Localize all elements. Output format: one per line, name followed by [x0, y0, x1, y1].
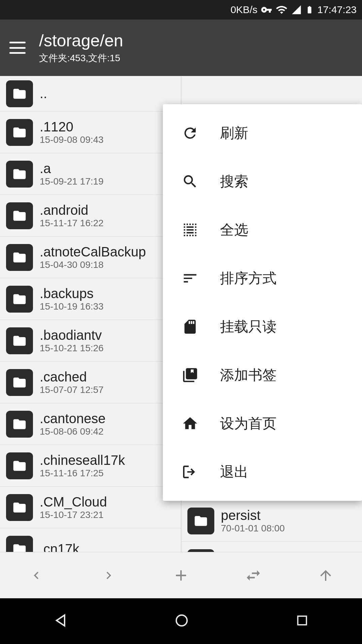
clock: 17:47:23	[317, 4, 357, 15]
menu-label: 刷新	[220, 124, 248, 143]
nav-back-button[interactable]	[0, 552, 72, 598]
folder-date: 15-08-06 09:42	[40, 426, 106, 437]
nav-back[interactable]	[52, 612, 69, 630]
folder-name: .cn17k	[40, 541, 79, 552]
content-area: .. .112015-09-08 09:43.a15-09-21 17:19.a…	[0, 76, 362, 552]
menu-label: 退出	[220, 462, 248, 481]
chevron-right-icon	[101, 568, 116, 583]
folder-date: 15-09-21 17:19	[40, 176, 104, 187]
add-button[interactable]	[145, 552, 217, 598]
menu-label: 添加书签	[220, 366, 277, 385]
refresh-icon	[182, 125, 198, 142]
nav-forward-button[interactable]	[72, 552, 145, 598]
plus-icon	[172, 567, 190, 584]
sort-icon	[182, 270, 198, 287]
folder-icon	[6, 494, 33, 521]
system-nav-bar	[0, 598, 362, 644]
bookmark-icon	[182, 367, 198, 384]
swap-icon	[245, 567, 262, 584]
chevron-left-icon	[29, 568, 44, 583]
exit-icon	[182, 464, 198, 480]
wifi-icon	[276, 4, 288, 16]
menu-label: 搜索	[220, 172, 248, 191]
folder-name: persist	[221, 508, 285, 523]
menu-label: 设为首页	[220, 414, 277, 433]
home-icon	[182, 415, 198, 432]
folder-name: .baodiantv	[40, 328, 104, 343]
list-item[interactable]: .android15-11-17 16:22	[0, 195, 181, 237]
folder-name: .a	[40, 161, 104, 176]
list-item[interactable]: persist70-01-01 08:00	[181, 500, 362, 542]
arrow-up-icon	[318, 567, 334, 583]
folder-icon	[6, 411, 33, 438]
folder-date: 15-11-16 17:25	[40, 468, 125, 479]
folder-date: 70-01-01 08:00	[221, 523, 285, 534]
nav-home[interactable]	[174, 612, 190, 630]
battery-icon	[305, 4, 314, 16]
list-item[interactable]: .cn17k	[0, 528, 181, 552]
status-bar: 0KB/s 17:47:23	[0, 0, 362, 19]
list-item[interactable]: .112015-09-08 09:43	[0, 112, 181, 153]
menu-select-all[interactable]: 全选	[163, 206, 362, 254]
folder-date: 15-11-17 16:22	[40, 218, 104, 229]
menu-mount-ro[interactable]: 挂载只读	[163, 303, 362, 351]
folder-name: .CM_Cloud	[40, 494, 107, 510]
list-item[interactable]: .chineseall17k15-11-16 17:25	[0, 445, 181, 487]
list-item[interactable]: .cached15-07-07 12:57	[0, 362, 181, 403]
left-pane[interactable]: .. .112015-09-08 09:43.a15-09-21 17:19.a…	[0, 76, 181, 552]
select-all-icon	[182, 222, 198, 238]
folder-name: .atnoteCalBackup	[40, 244, 146, 259]
folder-icon	[6, 119, 33, 146]
up-button[interactable]	[290, 552, 362, 598]
folder-name: .1120	[40, 119, 104, 134]
nav-back-icon	[52, 612, 69, 629]
path-subtitle: 文件夹:453,文件:15	[39, 52, 123, 65]
vpn-key-icon	[261, 4, 272, 15]
folder-icon	[6, 369, 33, 396]
folder-date: 15-07-07 12:57	[40, 385, 104, 395]
menu-label: 全选	[220, 220, 248, 239]
app-title-block: /storage/en 文件夹:453,文件:15	[39, 31, 123, 65]
folder-icon	[6, 202, 33, 229]
menu-add-bookmark[interactable]: 添加书签	[163, 351, 362, 399]
menu-search[interactable]: 搜索	[163, 157, 362, 206]
folder-name: .backups	[40, 286, 104, 301]
current-path: /storage/en	[39, 31, 123, 50]
list-item[interactable]: .backups15-10-19 16:33	[0, 278, 181, 320]
menu-refresh[interactable]: 刷新	[163, 109, 362, 157]
list-item[interactable]: .CM_Cloud15-10-17 23:21	[0, 487, 181, 528]
bottom-toolbar	[0, 552, 362, 598]
folder-icon	[6, 452, 33, 479]
swap-button[interactable]	[217, 552, 290, 598]
folder-icon	[6, 80, 33, 107]
folder-icon	[187, 508, 214, 534]
list-item[interactable]: .atnoteCalBackup15-04-30 09:18	[0, 237, 181, 278]
list-item[interactable]: proc	[181, 542, 362, 552]
nav-recent[interactable]	[295, 613, 310, 629]
list-item[interactable]: .baodiantv15-10-21 15:26	[0, 320, 181, 362]
overflow-menu: 刷新 搜索 全选 排序方式 挂载只读 添加书签 设为首页 退出	[163, 104, 362, 501]
folder-name: .android	[40, 203, 104, 218]
menu-button[interactable]	[9, 42, 26, 54]
folder-date: 15-10-21 15:26	[40, 343, 104, 354]
folder-icon	[6, 286, 33, 313]
folder-date: 15-10-19 16:33	[40, 301, 104, 312]
folder-icon	[187, 549, 214, 552]
cell-signal-icon	[291, 4, 302, 15]
folder-date: 15-10-17 23:21	[40, 510, 107, 520]
folder-date: 15-04-30 09:18	[40, 259, 146, 270]
folder-icon	[6, 161, 33, 188]
app-bar: /storage/en 文件夹:453,文件:15	[0, 19, 362, 76]
list-item[interactable]: .a15-09-21 17:19	[0, 153, 181, 195]
list-item[interactable]: .cantonese15-08-06 09:42	[0, 403, 181, 445]
menu-sort[interactable]: 排序方式	[163, 254, 362, 303]
parent-dir-row[interactable]: ..	[0, 76, 181, 112]
nav-home-icon	[174, 612, 190, 629]
menu-set-home[interactable]: 设为首页	[163, 399, 362, 448]
menu-exit[interactable]: 退出	[163, 448, 362, 496]
folder-icon	[6, 327, 33, 354]
folder-icon	[6, 536, 33, 552]
folder-name: .chineseall17k	[40, 453, 125, 468]
network-speed: 0KB/s	[230, 4, 257, 15]
menu-label: 排序方式	[220, 269, 277, 288]
